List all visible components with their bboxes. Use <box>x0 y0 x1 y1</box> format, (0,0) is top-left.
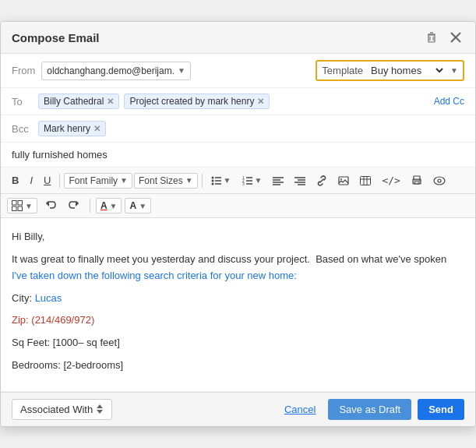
bcc-recipient-remove-mark[interactable]: ✕ <box>93 125 100 133</box>
code-button[interactable]: </> <box>377 171 404 189</box>
bcc-recipient-name-mark: Mark henry <box>44 123 90 134</box>
svg-rect-42 <box>18 206 23 211</box>
toolbar-row1: B I U Font Family ▼ Font Sizes ▼ ▼ <box>1 168 475 194</box>
from-chevron-icon: ▼ <box>178 66 185 75</box>
city-line: City: Lucas <box>12 291 464 307</box>
template-group: Template Buy homes Sell homes Rental ▼ <box>316 60 464 81</box>
subject-input[interactable] <box>12 149 464 161</box>
delete-button[interactable] <box>422 30 441 45</box>
svg-marker-46 <box>97 410 103 414</box>
svg-point-9 <box>211 179 213 182</box>
bcc-row: Bcc Mark henry ✕ <box>1 115 475 143</box>
redo-icon <box>69 200 79 211</box>
from-row: From oldchanghang.demo@berijam. ▼ Templa… <box>1 54 475 88</box>
svg-rect-41 <box>12 206 17 211</box>
to-label: To <box>12 96 33 108</box>
italic-button[interactable]: I <box>25 171 37 189</box>
associated-with-button[interactable]: Associated With <box>12 399 112 420</box>
trash-icon <box>425 31 438 44</box>
link-icon <box>316 175 327 186</box>
to-recipient-remove-billy[interactable]: ✕ <box>107 97 114 106</box>
toolbar-row2: ▼ A ▼ A ▼ <box>1 194 475 218</box>
close-icon <box>450 32 461 43</box>
template-label: Template <box>322 65 363 76</box>
unordered-list-button[interactable]: ▼ <box>206 172 236 189</box>
table-insert-dropdown[interactable]: ▼ <box>7 198 37 213</box>
redo-button[interactable] <box>64 197 84 214</box>
city-value: Lucas <box>35 292 62 304</box>
underline-button[interactable]: U <box>39 171 55 189</box>
font-family-dropdown[interactable]: Font Family ▼ <box>64 173 132 189</box>
align-left-icon <box>273 176 284 185</box>
to-recipient-remove-project[interactable]: ✕ <box>257 97 264 106</box>
print-button[interactable] <box>407 172 427 189</box>
bedrooms-value: [2-bedrooms] <box>63 359 123 371</box>
font-family-chevron-icon: ▼ <box>120 176 128 185</box>
toolbar-row2-sep <box>90 199 90 213</box>
sqft-value: [1000– sq feet] <box>53 337 120 348</box>
svg-point-11 <box>211 182 213 185</box>
to-recipient-name-project: Project created by mark henry <box>129 96 254 107</box>
link-button[interactable] <box>312 172 332 189</box>
svg-point-38 <box>438 179 441 182</box>
ordered-list-icon: 1 2 3 <box>242 175 253 186</box>
highlight-chevron: ▼ <box>139 202 146 210</box>
to-recipient-tag-project: Project created by mark henry ✕ <box>124 93 270 109</box>
bcc-input[interactable] <box>111 123 464 135</box>
header-icons <box>422 30 464 45</box>
zip-value: (214/469/972) <box>31 314 94 326</box>
table-icon <box>360 176 371 185</box>
modal-header: Compose Email <box>1 22 475 54</box>
bcc-label: Bcc <box>12 123 33 135</box>
image-icon <box>338 176 349 185</box>
add-cc-link[interactable]: Add Cc <box>434 96 464 107</box>
bold-button[interactable]: B <box>7 171 23 189</box>
cancel-button[interactable]: Cancel <box>278 400 322 419</box>
svg-point-36 <box>419 180 421 182</box>
svg-point-37 <box>434 177 445 185</box>
font-sizes-chevron-icon: ▼ <box>185 176 193 185</box>
zip-line: Zip: (214/469/972) <box>12 312 464 329</box>
font-color-chevron: ▼ <box>110 202 118 210</box>
align-right-icon <box>294 176 305 185</box>
footer-right: Cancel Save as Draft Send <box>278 399 464 420</box>
svg-text:3: 3 <box>242 182 245 186</box>
ordered-list-button[interactable]: 1 2 3 ▼ <box>238 172 267 189</box>
template-select[interactable]: Buy homes Sell homes Rental <box>368 64 446 77</box>
send-button[interactable]: Send <box>418 399 464 420</box>
to-row: To Billy Cathedral ✕ Project created by … <box>1 88 475 115</box>
blue-text: I've taken down the following search cri… <box>12 270 297 281</box>
svg-rect-39 <box>12 201 17 206</box>
save-draft-button[interactable]: Save as Draft <box>328 399 411 420</box>
align-left-button[interactable] <box>268 173 288 189</box>
template-chevron-icon: ▼ <box>450 66 458 75</box>
undo-icon <box>45 200 56 211</box>
body-line1: It was great to finally meet you yesterd… <box>12 252 464 284</box>
email-body[interactable]: Hi Billy, It was great to finally meet y… <box>1 218 475 392</box>
from-label: From <box>12 65 35 76</box>
toolbar-sep2 <box>202 174 203 188</box>
font-sizes-dropdown[interactable]: Font Sizes ▼ <box>134 173 198 189</box>
bedrooms-line: Bedrooms: [2-bedrooms] <box>12 358 464 374</box>
align-right-button[interactable] <box>290 173 310 189</box>
from-select[interactable]: oldchanghang.demo@berijam. ▼ <box>41 62 191 80</box>
sqft-line: Sq Feet: [1000– sq feet] <box>12 335 464 351</box>
svg-rect-40 <box>18 201 23 206</box>
close-button[interactable] <box>447 30 464 45</box>
image-button[interactable] <box>333 173 354 189</box>
table-button[interactable] <box>355 173 376 189</box>
bcc-recipient-tag-mark: Mark henry ✕ <box>38 121 106 136</box>
undo-button[interactable] <box>41 197 61 214</box>
ul-chevron-icon: ▼ <box>224 176 231 185</box>
greeting: Hi Billy, <box>12 229 464 245</box>
svg-point-28 <box>340 178 342 180</box>
preview-button[interactable] <box>428 173 450 189</box>
font-family-label: Font Family <box>69 175 118 186</box>
unordered-list-icon <box>211 175 222 186</box>
font-color-dropdown[interactable]: A ▼ <box>96 198 122 213</box>
svg-marker-45 <box>97 404 103 408</box>
font-color-label: A <box>100 200 108 211</box>
highlight-label: A <box>129 200 136 211</box>
highlight-color-dropdown[interactable]: A ▼ <box>125 198 151 213</box>
ol-chevron-icon: ▼ <box>255 176 263 185</box>
